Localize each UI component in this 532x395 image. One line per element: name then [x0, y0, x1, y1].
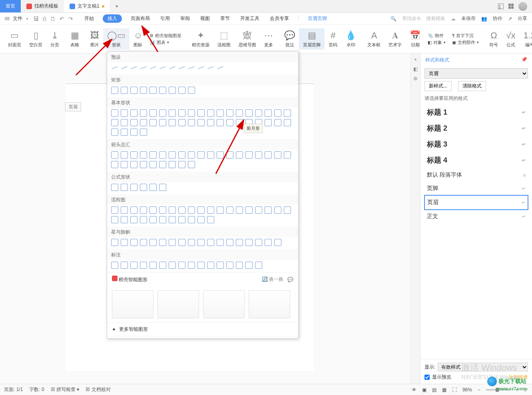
shape-item[interactable] — [217, 64, 224, 71]
search-input[interactable]: 查找命令、搜索模板 — [402, 15, 445, 22]
shape-item[interactable] — [121, 206, 128, 214]
shape-item[interactable] — [255, 262, 262, 269]
page-number-button[interactable]: #页码 — [325, 28, 341, 50]
shape-item[interactable] — [245, 206, 253, 214]
shape-item[interactable] — [169, 239, 176, 246]
shape-item[interactable] — [159, 184, 166, 191]
vtool-icon[interactable]: ◧ — [413, 66, 418, 72]
preview-icon[interactable]: 🗋 — [50, 16, 56, 22]
zoom-out[interactable]: − — [478, 387, 480, 393]
undo-icon[interactable]: ↶ — [60, 16, 64, 22]
shape-item[interactable] — [284, 206, 291, 214]
shape-item[interactable] — [121, 151, 128, 159]
shape-item[interactable] — [159, 239, 166, 246]
shape-item[interactable] — [121, 161, 128, 168]
shape-item[interactable] — [169, 206, 176, 214]
shape-item[interactable] — [140, 161, 147, 168]
smart-shape-thumb[interactable] — [157, 290, 199, 318]
shape-item[interactable] — [140, 151, 147, 159]
shape-item[interactable] — [255, 239, 262, 246]
tab-chapter[interactable]: 章节 — [219, 14, 231, 23]
shape-item[interactable] — [149, 109, 157, 117]
shape-item[interactable] — [245, 262, 253, 269]
shape-item[interactable] — [169, 109, 176, 117]
shape-item[interactable] — [149, 262, 157, 269]
avatar[interactable] — [518, 2, 527, 11]
object-button[interactable]: ◧对象▾ — [428, 40, 446, 46]
shape-item[interactable] — [130, 151, 137, 159]
shape-item[interactable] — [121, 129, 128, 136]
shape-item[interactable] — [207, 262, 214, 269]
shape-item[interactable] — [188, 161, 195, 168]
tab-view[interactable]: 视图 — [199, 14, 211, 23]
new-canvas[interactable]: ▢新建绘图画布(N) — [107, 336, 298, 339]
shape-item[interactable] — [121, 109, 128, 117]
view-mode-icon[interactable]: ▦ — [442, 387, 446, 393]
shape-item[interactable] — [245, 239, 253, 246]
style-item[interactable]: 正文↵ — [424, 210, 528, 223]
smart-shape-thumb[interactable] — [112, 290, 153, 318]
shape-item[interactable] — [255, 206, 262, 214]
shape-item[interactable] — [159, 216, 166, 223]
tab-insert[interactable]: 插入 — [103, 14, 122, 23]
shape-item[interactable] — [188, 239, 195, 246]
tab-member[interactable]: 会员专享 — [268, 14, 291, 23]
shape-item[interactable] — [188, 64, 195, 71]
tab-docer-templates[interactable]: 找稻壳模板 — [21, 0, 64, 12]
zoom-level[interactable]: 96% — [462, 387, 472, 393]
mindmap-button[interactable]: 🕸思维导图 — [235, 28, 260, 50]
shape-item[interactable] — [265, 109, 272, 117]
shape-item[interactable] — [121, 262, 128, 269]
shape-item[interactable] — [121, 184, 128, 191]
shape-item[interactable] — [274, 206, 281, 214]
shape-item[interactable] — [149, 206, 157, 214]
shape-item[interactable] — [169, 87, 176, 94]
shape-item[interactable] — [178, 109, 185, 117]
shape-item[interactable] — [217, 206, 224, 214]
shape-item[interactable] — [178, 151, 185, 159]
page-break-button[interactable]: ⤓分页 — [46, 28, 63, 50]
shape-item[interactable] — [149, 87, 157, 94]
shape-item[interactable] — [111, 184, 118, 191]
shape-item[interactable] — [188, 206, 195, 214]
shape-item[interactable] — [265, 119, 272, 126]
shape-item[interactable] — [149, 239, 157, 246]
shape-item[interactable] — [245, 109, 253, 117]
spell-check[interactable]: ☒ 拼写检查 ▾ — [51, 386, 80, 393]
shape-item[interactable] — [169, 161, 176, 168]
shape-item[interactable] — [207, 64, 214, 71]
shape-item[interactable] — [197, 262, 205, 269]
shape-item[interactable] — [159, 161, 166, 168]
shape-item[interactable] — [217, 239, 224, 246]
more-button[interactable]: ⋯更多 — [260, 28, 277, 50]
shape-item[interactable] — [169, 64, 176, 71]
shape-item[interactable] — [197, 239, 205, 246]
vtool-icon[interactable]: ⚙ — [413, 76, 418, 81]
shape-item[interactable] — [188, 119, 195, 126]
shape-item[interactable] — [130, 216, 137, 223]
shape-item[interactable] — [111, 151, 118, 159]
shape-item[interactable] — [188, 87, 195, 94]
shape-item[interactable] — [284, 119, 291, 126]
shape-item[interactable] — [178, 262, 185, 269]
docer-resource-button[interactable]: ✦稻壳资源 — [188, 28, 213, 50]
word-count[interactable]: 字数: 0 — [29, 386, 44, 393]
shape-item[interactable] — [178, 239, 185, 246]
shape-item[interactable] — [140, 184, 147, 191]
shape-item[interactable] — [217, 109, 224, 117]
shape-item[interactable] — [284, 151, 291, 159]
shape-item[interactable] — [265, 151, 272, 159]
shape-item[interactable] — [178, 206, 185, 214]
shape-item[interactable] — [284, 109, 291, 117]
shape-item[interactable] — [197, 206, 205, 214]
vtool-icon[interactable]: ⌖ — [414, 57, 417, 62]
shape-item[interactable] — [130, 129, 137, 136]
shape-item[interactable] — [169, 119, 176, 126]
shape-item[interactable] — [207, 151, 214, 159]
shape-item[interactable] — [111, 119, 118, 126]
shape-item[interactable] — [140, 119, 147, 126]
chevron-down-icon[interactable]: ▾ — [26, 17, 28, 21]
shape-item[interactable] — [111, 216, 118, 223]
shape-item[interactable] — [236, 239, 243, 246]
page-indicator[interactable]: 页面: 1/1 — [4, 386, 23, 393]
